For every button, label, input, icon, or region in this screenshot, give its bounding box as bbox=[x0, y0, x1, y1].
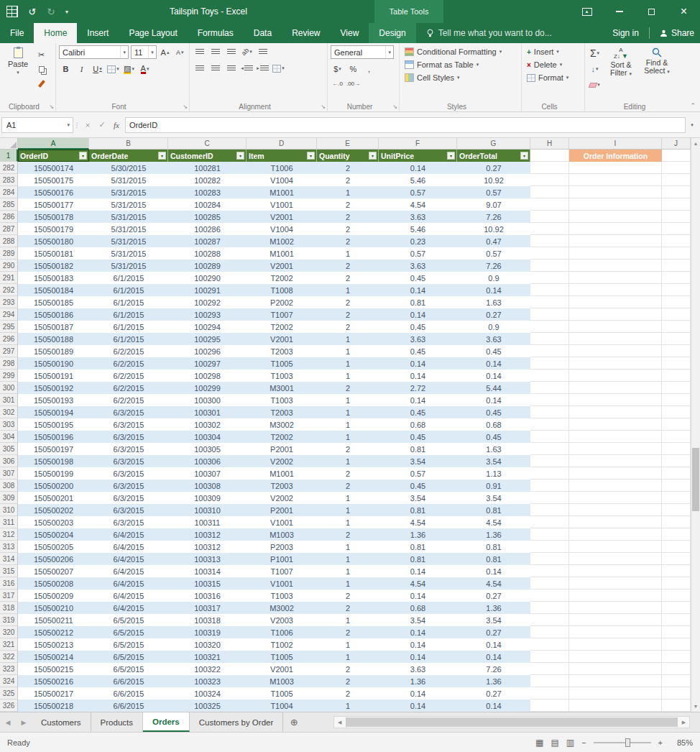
cell[interactable] bbox=[662, 504, 691, 516]
cell[interactable]: 10.92 bbox=[457, 174, 530, 186]
middle-align-button[interactable] bbox=[208, 45, 222, 58]
cell[interactable]: 0.14 bbox=[379, 357, 457, 370]
cell[interactable] bbox=[530, 394, 569, 406]
cell[interactable] bbox=[662, 614, 691, 626]
cell[interactable]: 0.57 bbox=[457, 186, 530, 198]
cell[interactable]: 100291 bbox=[168, 284, 247, 296]
center-button[interactable] bbox=[208, 62, 222, 75]
cell[interactable] bbox=[569, 602, 662, 614]
cell[interactable]: 3.63 bbox=[379, 211, 457, 223]
cell[interactable] bbox=[569, 198, 662, 211]
cell[interactable]: 5/31/2015 bbox=[89, 174, 168, 186]
cell[interactable]: 150500202 bbox=[18, 504, 89, 516]
cell[interactable] bbox=[530, 516, 569, 528]
cell[interactable]: M3001 bbox=[247, 382, 317, 394]
cell[interactable]: 150500186 bbox=[18, 308, 89, 321]
row-header[interactable]: 319 bbox=[0, 614, 18, 626]
copy-button[interactable] bbox=[34, 63, 48, 75]
cell[interactable] bbox=[662, 260, 691, 272]
bottom-align-button[interactable] bbox=[224, 45, 238, 58]
grow-font-button[interactable]: A▴ bbox=[159, 46, 172, 59]
cell[interactable]: 150500211 bbox=[18, 614, 89, 626]
cell[interactable] bbox=[569, 443, 662, 455]
cell[interactable]: 150500187 bbox=[18, 321, 89, 333]
cell[interactable]: V2001 bbox=[247, 333, 317, 345]
cell[interactable] bbox=[530, 663, 569, 675]
cell[interactable] bbox=[530, 211, 569, 223]
cell[interactable]: 6/3/2015 bbox=[89, 455, 168, 467]
cell[interactable] bbox=[569, 284, 662, 296]
scroll-right-icon[interactable]: ▶ bbox=[678, 720, 689, 725]
row-header[interactable]: 326 bbox=[0, 700, 18, 712]
cell[interactable] bbox=[662, 211, 691, 223]
cell[interactable]: 6/3/2015 bbox=[89, 443, 168, 455]
cell[interactable]: 150500175 bbox=[18, 174, 89, 186]
cell[interactable]: P2003 bbox=[247, 541, 317, 553]
row-header[interactable]: 305 bbox=[0, 443, 18, 455]
select-all-button[interactable] bbox=[0, 138, 18, 150]
cell[interactable]: 6/2/2015 bbox=[89, 345, 168, 357]
maximize-button[interactable] bbox=[635, 0, 668, 23]
cell[interactable]: 150500193 bbox=[18, 394, 89, 406]
cell[interactable]: 2 bbox=[317, 687, 379, 700]
insert-cells-button[interactable]: +Insert▾ bbox=[525, 47, 581, 57]
cell[interactable]: P1001 bbox=[247, 553, 317, 565]
cell[interactable]: 6/4/2015 bbox=[89, 528, 168, 541]
row-header[interactable]: 283 bbox=[0, 174, 18, 186]
cell[interactable] bbox=[530, 223, 569, 235]
cell[interactable]: 0.45 bbox=[457, 406, 530, 418]
cell[interactable]: 100294 bbox=[168, 321, 247, 333]
cell[interactable]: 0.57 bbox=[379, 247, 457, 260]
percent-style-button[interactable]: % bbox=[346, 63, 360, 75]
cell[interactable]: 2 bbox=[317, 272, 379, 284]
cell[interactable]: 3.63 bbox=[379, 260, 457, 272]
cell[interactable] bbox=[530, 321, 569, 333]
cell-b1[interactable]: OrderDate▾ bbox=[89, 150, 168, 162]
cell[interactable]: 2 bbox=[317, 308, 379, 321]
format-as-table-button[interactable]: Format as Table▾ bbox=[402, 60, 518, 70]
cell[interactable]: 1 bbox=[317, 553, 379, 565]
scroll-down-icon[interactable]: ▼ bbox=[691, 701, 700, 712]
cell[interactable] bbox=[569, 455, 662, 467]
cell[interactable] bbox=[530, 345, 569, 357]
cell[interactable]: 0.45 bbox=[379, 321, 457, 333]
cell[interactable]: 0.57 bbox=[457, 247, 530, 260]
cell[interactable] bbox=[569, 638, 662, 651]
cell[interactable]: 3.63 bbox=[379, 663, 457, 675]
filter-dropdown-icon[interactable]: ▾ bbox=[158, 152, 166, 160]
cell[interactable]: 1 bbox=[317, 700, 379, 712]
cell[interactable] bbox=[569, 186, 662, 198]
row-header[interactable]: 315 bbox=[0, 565, 18, 577]
cell-styles-button[interactable]: Cell Styles▾ bbox=[402, 73, 518, 83]
cell[interactable]: 6/5/2015 bbox=[89, 663, 168, 675]
cell[interactable]: 0.45 bbox=[379, 406, 457, 418]
filter-dropdown-icon[interactable]: ▾ bbox=[447, 152, 455, 160]
row-header[interactable]: 287 bbox=[0, 223, 18, 235]
row-header[interactable]: 1 bbox=[0, 150, 18, 162]
cell[interactable]: 100325 bbox=[168, 700, 247, 712]
cell[interactable]: 150500188 bbox=[18, 333, 89, 345]
cell[interactable]: 3.54 bbox=[379, 455, 457, 467]
cell[interactable] bbox=[530, 333, 569, 345]
scroll-left-icon[interactable]: ◀ bbox=[334, 720, 345, 725]
cell[interactable]: T2003 bbox=[247, 345, 317, 357]
horizontal-scrollbar[interactable]: ◀ ▶ bbox=[333, 716, 690, 728]
decrease-decimal-button[interactable]: .00→ bbox=[346, 77, 360, 90]
cell[interactable] bbox=[662, 638, 691, 651]
cell[interactable] bbox=[569, 211, 662, 223]
cell[interactable]: V2003 bbox=[247, 614, 317, 626]
cell[interactable]: 2 bbox=[317, 321, 379, 333]
cell[interactable]: 2 bbox=[317, 602, 379, 614]
cell[interactable] bbox=[569, 565, 662, 577]
sheet-tab-customers-by-order[interactable]: Customers by Order bbox=[190, 712, 284, 732]
font-color-button[interactable]: A▾ bbox=[138, 63, 152, 75]
cell[interactable]: M1001 bbox=[247, 186, 317, 198]
expand-formula-bar-icon[interactable]: ▾ bbox=[686, 117, 699, 133]
row-header[interactable]: 311 bbox=[0, 516, 18, 528]
cell[interactable] bbox=[662, 162, 691, 174]
vertical-scrollbar[interactable]: ▲ ▼ bbox=[691, 138, 700, 712]
cell[interactable]: 0.81 bbox=[457, 541, 530, 553]
cell[interactable]: 1 bbox=[317, 455, 379, 467]
cell[interactable]: 0.14 bbox=[379, 638, 457, 651]
column-header-j[interactable]: J bbox=[662, 138, 691, 150]
